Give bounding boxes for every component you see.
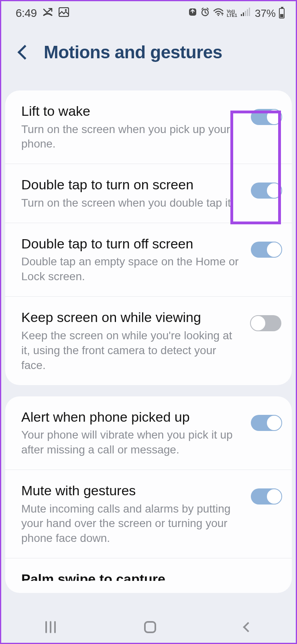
toggle-double-tap-off[interactable]	[251, 242, 281, 258]
image-icon	[59, 7, 69, 20]
toggle-alert-picked-up[interactable]	[251, 415, 281, 431]
app-update-icon	[188, 8, 197, 19]
alarm-icon	[200, 7, 210, 19]
svg-rect-7	[245, 11, 246, 16]
svg-point-4	[218, 14, 219, 16]
svg-rect-9	[249, 8, 250, 16]
settings-group-1: Lift to wake Turn on the screen when you…	[5, 90, 292, 385]
navigation-bar	[1, 611, 296, 643]
toggle-double-tap-on[interactable]	[251, 183, 281, 199]
battery-icon	[279, 8, 285, 18]
row-desc: Keep the screen on while you're looking …	[21, 328, 243, 373]
row-title: Alert when phone picked up	[21, 408, 243, 426]
toggle-lift-to-wake[interactable]	[251, 109, 281, 125]
screen: 6:49 Vo))LTE1 37%	[0, 0, 297, 644]
svg-point-1	[65, 9, 67, 11]
missed-call-icon	[43, 7, 53, 20]
row-title: Double tap to turn off screen	[21, 235, 243, 252]
row-title: Palm swipe to capture	[21, 570, 281, 581]
svg-rect-6	[243, 12, 244, 16]
row-keep-screen-on[interactable]: Keep screen on while viewing Keep the sc…	[5, 297, 292, 385]
row-alert-picked-up[interactable]: Alert when phone picked up Your phone wi…	[5, 396, 292, 470]
nav-home-button[interactable]	[144, 621, 156, 633]
toggle-keep-screen-on[interactable]	[251, 315, 281, 331]
svg-rect-0	[59, 8, 69, 16]
row-mute-gestures[interactable]: Mute with gestures Mute incoming calls a…	[5, 470, 292, 558]
row-title: Double tap to turn on screen	[21, 176, 243, 193]
nav-recent-button[interactable]	[45, 621, 56, 633]
svg-rect-8	[247, 9, 248, 16]
row-title: Keep screen on while viewing	[21, 309, 243, 326]
row-desc: Turn on the screen when you pick up your…	[21, 122, 243, 152]
wifi-icon	[213, 8, 224, 19]
svg-rect-5	[241, 14, 242, 16]
row-double-tap-off[interactable]: Double tap to turn off screen Double tap…	[5, 223, 292, 297]
page-title: Motions and gestures	[44, 42, 222, 62]
row-palm-swipe[interactable]: Palm swipe to capture	[5, 558, 292, 593]
status-time: 6:49	[16, 7, 37, 20]
nav-back-button[interactable]	[243, 622, 253, 632]
header: Motions and gestures	[1, 24, 296, 90]
row-desc: Mute incoming calls and alarms by puttin…	[21, 502, 243, 546]
battery-percent: 37%	[255, 7, 276, 20]
volte-label: Vo))LTE1	[227, 9, 237, 17]
row-desc: Your phone will vibrate when you pick it…	[21, 428, 243, 457]
row-desc: Turn on the screen when you double tap i…	[21, 196, 243, 211]
row-lift-to-wake[interactable]: Lift to wake Turn on the screen when you…	[5, 90, 292, 164]
toggle-mute-gestures[interactable]	[251, 488, 281, 505]
status-left: 6:49	[16, 7, 69, 20]
row-double-tap-on[interactable]: Double tap to turn on screen Turn on the…	[5, 164, 292, 223]
status-bar: 6:49 Vo))LTE1 37%	[1, 1, 296, 24]
status-right: Vo))LTE1 37%	[188, 7, 285, 20]
row-title: Lift to wake	[21, 103, 243, 120]
row-title: Mute with gestures	[21, 482, 243, 499]
settings-group-2: Alert when phone picked up Your phone wi…	[5, 396, 292, 593]
signal-icon	[240, 8, 250, 19]
row-desc: Double tap an empty space on the Home or…	[21, 254, 243, 284]
back-button[interactable]	[18, 45, 33, 60]
